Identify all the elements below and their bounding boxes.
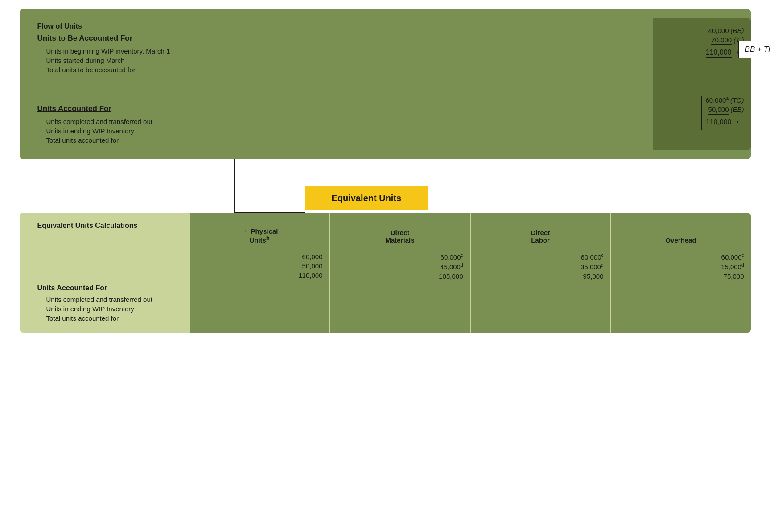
dm-val-1: 60,000c <box>337 253 463 261</box>
oh-val-1: 60,000c <box>618 253 744 261</box>
units-accounted-row-3: Total units accounted for <box>37 136 639 144</box>
units-accounted-row-1: Units completed and transferred out <box>37 118 639 125</box>
units-accounted-for-heading: Units Accounted For <box>37 104 639 113</box>
dm-header-line1: Direct <box>385 229 414 236</box>
bottom-left-content: Equivalent Units Calculations Units Acco… <box>20 213 189 333</box>
units-to-be-row-1: Units in beginning WIP inventory, March … <box>37 47 639 55</box>
bottom-row-3: Total units accounted for <box>37 314 176 322</box>
direct-materials-col: Direct Materials 60,000c 45,000d 105,000 <box>329 213 470 333</box>
to-tag: (TO) <box>730 96 744 104</box>
equivalent-units-box: Equivalent Units <box>305 186 428 210</box>
overhead-header: Overhead <box>616 213 746 248</box>
phys-header-sup: b <box>266 235 270 241</box>
oh-header-line1: Overhead <box>665 236 696 244</box>
bottom-row-1: Units completed and transferred out <box>37 296 176 303</box>
dl-header-line2: Labor <box>531 236 550 244</box>
top-left-content: Flow of Units Units to Be Accounted For … <box>20 18 653 150</box>
bottom-row-2: Units in ending WIP Inventory <box>37 305 176 313</box>
physical-units-col: → Physical Unitsb 60,000 50,000 110,000 <box>189 213 329 333</box>
direct-labor-header: Direct Labor <box>475 213 606 248</box>
equation-box: BB + TI = TO + EB <box>738 41 770 58</box>
eb-row: 50,000 (EB) <box>705 106 744 116</box>
units-to-be-row-2: Units started during March <box>37 57 639 64</box>
arrow-to-col: → <box>241 227 248 235</box>
total-units-to-be-value: 110,000 <box>706 49 732 58</box>
bb-tag: (BB) <box>731 27 744 34</box>
top-right-values: 40,000 (BB) 70,000 (TI) 110,000 ← BB + T… <box>653 18 751 150</box>
dl-val-3: 95,000 <box>478 272 604 282</box>
phys-header-line1: Physical <box>251 227 278 235</box>
dl-header-line1: Direct <box>531 229 550 236</box>
phys-val-3: 110,000 <box>197 272 323 281</box>
oh-val-3: 75,000 <box>618 272 744 282</box>
dl-val-1: 60,000c <box>478 253 604 261</box>
to-row: 60,000a (TO) <box>705 96 744 106</box>
total-accounted-row: 110,000 ← <box>705 116 744 130</box>
phys-col-values: 60,000 50,000 110,000 <box>194 248 325 290</box>
physical-units-header: → Physical Unitsb <box>194 213 325 248</box>
dm-val-3: 105,000 <box>337 272 463 282</box>
dl-val-2: 35,000d <box>478 263 604 271</box>
top-section: Flow of Units Units to Be Accounted For … <box>20 9 751 159</box>
arrow-left-2: ← <box>735 116 744 127</box>
bb-row: 40,000 (BB) <box>708 27 744 36</box>
dl-col-values: 60,000c 35,000d 95,000 <box>475 248 606 291</box>
units-accounted-row-2: Units in ending WIP Inventory <box>37 127 639 135</box>
bb-value: 40,000 <box>708 27 729 34</box>
direct-labor-col: Direct Labor 60,000c 35,000d 95,000 <box>470 213 610 333</box>
units-to-be-row-3: Total units to be accounted for <box>37 66 639 74</box>
bottom-units-accounted-heading: Units Accounted For <box>37 284 176 292</box>
units-to-be-heading: Units to Be Accounted For <box>37 34 639 43</box>
values-group-2: 60,000a (TO) 50,000 (EB) 110,000 ← <box>659 96 744 130</box>
phys-val-1: 60,000 <box>197 253 323 260</box>
oh-val-2: 15,000d <box>618 263 744 271</box>
dm-header-line2: Materials <box>385 236 414 244</box>
ti-value: 70,000 <box>711 36 732 45</box>
equivalent-units-label: Equivalent Units <box>332 193 402 203</box>
total-accounted-value: 110,000 <box>706 118 732 128</box>
main-container: Flow of Units Units to Be Accounted For … <box>20 9 751 333</box>
eb-tag: (EB) <box>731 106 744 113</box>
eb-value: 50,000 <box>708 106 729 115</box>
bottom-columns: → Physical Unitsb 60,000 50,000 110,000 <box>189 213 751 333</box>
phys-val-2: 50,000 <box>197 262 323 270</box>
bottom-section: Equivalent Units Calculations Units Acco… <box>20 213 751 333</box>
equation-text: BB + TI = TO + EB <box>745 45 770 54</box>
flow-title: Flow of Units <box>37 22 639 30</box>
oh-col-values: 60,000c 15,000d 75,000 <box>616 248 746 291</box>
dm-col-values: 60,000c 45,000d 105,000 <box>335 248 465 291</box>
equiv-units-calc-title: Equivalent Units Calculations <box>37 222 176 230</box>
overhead-col: Overhead 60,000c 15,000d 75,000 <box>610 213 751 333</box>
to-value: 60,000a <box>705 96 728 104</box>
dm-val-2: 45,000d <box>337 263 463 271</box>
values-group-1: 40,000 (BB) 70,000 (TI) 110,000 ← <box>659 27 744 60</box>
phys-header-line2: Units <box>249 236 266 244</box>
direct-materials-header: Direct Materials <box>335 213 465 248</box>
